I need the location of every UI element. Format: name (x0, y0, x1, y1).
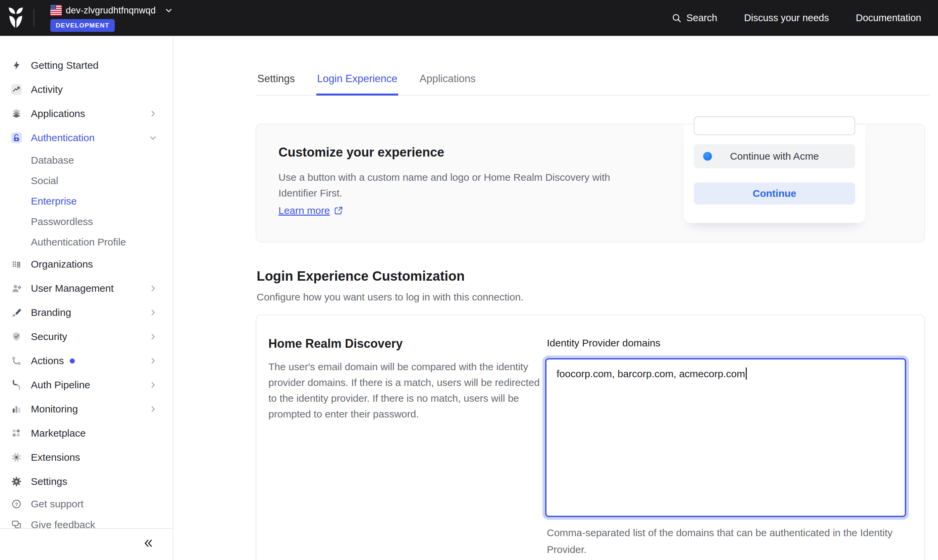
sidebar-item-auth-pipeline[interactable]: Auth Pipeline (0, 373, 173, 397)
sidebar-subitem-social[interactable]: Social (0, 170, 173, 191)
sidebar-item-label: Organizations (31, 258, 93, 270)
sidebar-item-label: Database (31, 155, 74, 166)
sidebar-item-label: Get support (31, 498, 83, 510)
sidebar-item-monitoring[interactable]: Monitoring (0, 397, 173, 421)
sso-button-label: Continue with Acme (730, 151, 819, 162)
discuss-your-needs-link[interactable]: Discuss your needs (744, 12, 829, 23)
sidebar-item-label: Monitoring (31, 403, 78, 415)
card-title: Customize your experience (279, 145, 444, 160)
learn-more-link[interactable]: Learn more (279, 205, 343, 216)
card-description: Use a button with a custom name and logo… (279, 169, 621, 201)
chevron-right-icon (149, 285, 157, 292)
sidebar-item-organizations[interactable]: Organizations (0, 252, 173, 276)
chevron-down-icon[interactable] (164, 6, 173, 15)
main-content: Settings Login Experience Applications C… (173, 36, 938, 560)
hrd-description: The user's email domain will be compared… (268, 359, 540, 422)
chevron-right-icon (149, 333, 157, 340)
environment-badge: DEVELOPMENT (50, 19, 115, 32)
chevron-right-icon (149, 405, 157, 413)
sidebar-item-activity[interactable]: Activity (0, 77, 173, 102)
acme-logo-icon (703, 152, 712, 161)
documentation-link[interactable]: Documentation (856, 12, 921, 23)
activity-chart-icon (11, 84, 22, 95)
sidebar-item-give-feedback[interactable]: Give feedback (0, 514, 173, 528)
chevron-right-icon (149, 309, 157, 316)
chevron-down-icon (149, 134, 157, 142)
sidebar-item-label: Settings (31, 476, 67, 487)
tenant-switcher[interactable]: dev-zlvgrudhtfnqnwqd DEVELOPMENT (50, 5, 173, 32)
svg-text:?: ? (15, 501, 18, 507)
chevron-right-icon (149, 110, 157, 117)
continue-button-label: Continue (753, 188, 796, 199)
learn-more-label: Learn more (279, 205, 330, 216)
home-realm-discovery-card: Home Realm Discovery The user's email do… (256, 315, 925, 560)
search-icon (672, 13, 682, 23)
sidebar-nav: Getting Started Activity Application (0, 36, 173, 528)
unlock-icon (11, 132, 22, 143)
identity-provider-domains-input[interactable]: foocorp.com, barcorp.com, acmecorp.com (545, 358, 906, 517)
paintbrush-icon (11, 307, 22, 318)
section-title: Login Experience Customization (257, 269, 465, 284)
gear-icon (11, 476, 22, 487)
tab-bar: Settings Login Experience Applications (257, 67, 930, 95)
section-subtitle: Configure how you want users to log in w… (257, 291, 523, 303)
sidebar-item-label: Auth Pipeline (31, 379, 90, 391)
sidebar-item-label: Security (31, 331, 67, 342)
sidebar: Getting Started Activity Application (0, 36, 173, 560)
top-bar: dev-zlvgrudhtfnqnwqd DEVELOPMENT Search … (0, 0, 938, 36)
collapse-sidebar-icon[interactable] (143, 537, 154, 549)
login-preview-panel: Continue with Acme Continue (684, 125, 865, 223)
sidebar-item-settings[interactable]: Settings (0, 469, 173, 494)
sidebar-item-label: Applications (31, 108, 85, 119)
search-button[interactable]: Search (672, 12, 717, 23)
user-gear-icon (11, 283, 22, 294)
sidebar-item-marketplace[interactable]: Marketplace (0, 421, 173, 445)
input-value: foocorp.com, barcorp.com, acmecorp.com (556, 368, 745, 379)
identity-provider-domains-label: Identity Provider domains (547, 337, 661, 349)
sidebar-item-user-management[interactable]: User Management (0, 276, 173, 300)
help-circle-icon: ? (11, 498, 22, 509)
sidebar-item-label: Enterprise (31, 195, 77, 207)
shield-check-icon (11, 331, 22, 342)
preview-email-input[interactable] (694, 116, 855, 135)
sidebar-item-actions[interactable]: Actions (0, 349, 173, 373)
external-link-icon (334, 206, 343, 215)
sidebar-subitem-database[interactable]: Database (0, 150, 173, 170)
chip-icon (11, 452, 22, 463)
sidebar-subitem-enterprise[interactable]: Enterprise (0, 191, 173, 211)
pipeline-icon (11, 380, 22, 390)
sidebar-item-get-support[interactable]: ? Get support (0, 494, 173, 514)
sidebar-item-label: Getting Started (31, 60, 99, 71)
customize-experience-card: Customize your experience Use a button w… (256, 124, 925, 242)
bar-chart-icon (11, 404, 22, 414)
hrd-title: Home Realm Discovery (268, 337, 403, 351)
sidebar-item-label: Marketplace (31, 428, 86, 439)
tab-settings[interactable]: Settings (257, 67, 296, 95)
sidebar-item-extensions[interactable]: Extensions (0, 445, 173, 469)
sidebar-subitem-authentication-profile[interactable]: Authentication Profile (0, 232, 173, 252)
sidebar-item-label: Activity (31, 84, 63, 95)
field-helper-text: Comma-separated list of the domains that… (547, 525, 916, 558)
sidebar-item-branding[interactable]: Branding (0, 300, 173, 325)
header-divider (34, 9, 34, 27)
search-label: Search (686, 12, 717, 23)
feedback-chat-icon (11, 519, 22, 528)
sidebar-item-label: Authentication Profile (31, 236, 126, 248)
continue-with-acme-button[interactable]: Continue with Acme (694, 144, 855, 168)
sidebar-item-label: Give feedback (31, 519, 95, 528)
chevron-right-icon (149, 381, 157, 389)
sidebar-item-applications[interactable]: Applications (0, 102, 173, 126)
auth0-logo-icon[interactable] (8, 7, 23, 29)
discuss-label: Discuss your needs (744, 12, 829, 23)
chevron-right-icon (149, 357, 157, 365)
sidebar-item-getting-started[interactable]: Getting Started (0, 53, 173, 77)
layers-icon (11, 108, 22, 119)
sidebar-footer (0, 529, 173, 560)
organizations-icon (11, 259, 22, 269)
tab-login-experience[interactable]: Login Experience (316, 67, 398, 95)
sidebar-item-security[interactable]: Security (0, 325, 173, 349)
continue-button[interactable]: Continue (694, 182, 855, 205)
tab-applications[interactable]: Applications (419, 67, 476, 95)
sidebar-subitem-passwordless[interactable]: Passwordless (0, 211, 173, 232)
sidebar-item-authentication[interactable]: Authentication (0, 126, 173, 150)
